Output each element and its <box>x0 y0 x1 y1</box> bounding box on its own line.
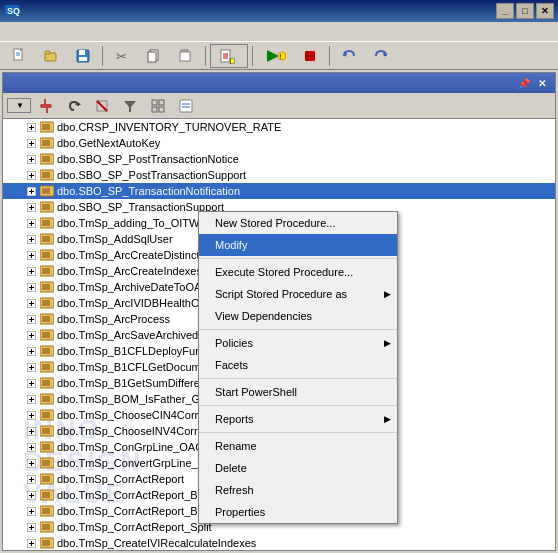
expand-icon[interactable] <box>23 311 39 327</box>
expand-icon[interactable] <box>23 279 39 295</box>
menu-tools[interactable] <box>52 30 64 34</box>
stop-icon <box>302 48 318 64</box>
stop-query-icon <box>94 98 110 114</box>
cut-button[interactable]: ✂ <box>107 45 137 67</box>
expand-icon[interactable] <box>23 391 39 407</box>
menu-help[interactable] <box>76 30 88 34</box>
context-menu-item[interactable]: Properties <box>199 501 397 523</box>
expand-icon[interactable] <box>23 407 39 423</box>
minimize-button[interactable]: _ <box>496 3 514 19</box>
menu-edit[interactable] <box>16 30 28 34</box>
stop-button[interactable] <box>295 45 325 67</box>
tree-item[interactable]: dbo.SBO_SP_PostTransactionSupport <box>3 167 555 183</box>
expand-icon[interactable] <box>23 247 39 263</box>
properties-button[interactable] <box>173 96 199 116</box>
expand-icon[interactable] <box>23 503 39 519</box>
context-menu-item[interactable]: Policies▶ <box>199 332 397 354</box>
close-button[interactable]: ✕ <box>536 3 554 19</box>
execute-button[interactable]: ! <box>257 45 293 67</box>
svg-rect-7 <box>45 51 50 54</box>
menu-debug[interactable] <box>40 30 52 34</box>
maximize-button[interactable]: □ <box>516 3 534 19</box>
main-toolbar: ✂ ! ! <box>0 42 558 70</box>
expand-icon[interactable] <box>23 215 39 231</box>
expand-icon[interactable] <box>23 263 39 279</box>
undo-button[interactable] <box>334 45 364 67</box>
expand-icon[interactable] <box>23 471 39 487</box>
tree-item[interactable]: dbo.SBO_SP_TransactionNotification <box>3 183 555 199</box>
paste-button[interactable] <box>171 45 201 67</box>
context-menu-item-label: Script Stored Procedure as <box>215 288 347 300</box>
expand-icon[interactable] <box>23 119 39 135</box>
context-menu-item[interactable]: Delete <box>199 457 397 479</box>
context-menu-item-label: Delete <box>215 462 247 474</box>
connect-button[interactable]: ▼ <box>7 98 31 113</box>
redo-button[interactable] <box>366 45 396 67</box>
pin-button[interactable]: 📌 <box>515 77 533 90</box>
sp-node-icon <box>39 375 55 391</box>
expand-icon[interactable] <box>23 151 39 167</box>
expand-icon[interactable] <box>23 343 39 359</box>
sp-node-icon <box>39 199 55 215</box>
disconnect-button[interactable] <box>33 96 59 116</box>
context-menu-item[interactable]: Facets <box>199 354 397 376</box>
context-menu-separator <box>199 432 397 433</box>
expand-icon[interactable] <box>23 535 39 550</box>
copy-icon <box>146 48 162 64</box>
stop-query-button[interactable] <box>89 96 115 116</box>
expand-icon[interactable] <box>23 231 39 247</box>
context-menu-item[interactable]: View Dependencies <box>199 305 397 327</box>
expand-icon[interactable] <box>23 327 39 343</box>
expand-icon[interactable] <box>23 439 39 455</box>
panel-close-button[interactable]: ✕ <box>535 77 549 90</box>
expand-icon[interactable] <box>23 455 39 471</box>
expand-icon[interactable] <box>23 375 39 391</box>
context-menu-item[interactable]: New Stored Procedure... <box>199 212 397 234</box>
expand-icon[interactable] <box>23 487 39 503</box>
expand-icon[interactable] <box>23 199 39 215</box>
sp-node-icon <box>39 407 55 423</box>
tree-item[interactable]: dbo.SBO_SP_PostTransactionNotice <box>3 151 555 167</box>
submenu-arrow-icon: ▶ <box>384 414 391 424</box>
sp-node-icon <box>39 503 55 519</box>
context-menu-item[interactable]: Refresh <box>199 479 397 501</box>
save-button[interactable] <box>68 45 98 67</box>
new-file-button[interactable] <box>4 45 34 67</box>
menu-window[interactable] <box>64 30 76 34</box>
expand-icon[interactable] <box>23 519 39 535</box>
expand-icon[interactable] <box>23 359 39 375</box>
svg-text:✂: ✂ <box>116 49 127 64</box>
open-file-button[interactable] <box>36 45 66 67</box>
tree-item[interactable]: dbo.TmSp_CreateIVIRecalculateIndexes <box>3 535 555 550</box>
tree-item[interactable]: dbo.CRSP_INVENTORY_TURNOVER_RATE <box>3 119 555 135</box>
collapse-button[interactable] <box>145 96 171 116</box>
expand-icon[interactable] <box>23 295 39 311</box>
context-menu-item[interactable]: Rename <box>199 435 397 457</box>
copy-button[interactable] <box>139 45 169 67</box>
new-query-button[interactable]: ! <box>210 44 248 68</box>
tree-item-label: dbo.TmSp_CreateIVIRecalculateIndexes <box>57 537 256 549</box>
expand-icon[interactable] <box>23 183 39 199</box>
tree-item-label: dbo.CRSP_INVENTORY_TURNOVER_RATE <box>57 121 281 133</box>
context-menu-item[interactable]: Script Stored Procedure as▶ <box>199 283 397 305</box>
sp-node-icon <box>39 391 55 407</box>
connect-dropdown-icon[interactable]: ▼ <box>16 101 24 110</box>
menu-file[interactable] <box>4 30 16 34</box>
context-menu-item[interactable]: Modify <box>199 234 397 256</box>
context-menu-item[interactable]: Start PowerShell <box>199 381 397 403</box>
execute-icon: ! <box>264 48 286 64</box>
object-explorer-panel: 📌 ✕ ▼ <box>2 72 556 551</box>
context-menu-item-label: Reports <box>215 413 254 425</box>
menu-view[interactable] <box>28 30 40 34</box>
expand-icon[interactable] <box>23 423 39 439</box>
filter-button[interactable] <box>117 96 143 116</box>
expand-icon[interactable] <box>23 135 39 151</box>
refresh-button[interactable] <box>61 96 87 116</box>
expand-icon[interactable] <box>23 167 39 183</box>
svg-rect-38 <box>159 107 164 112</box>
tree-item[interactable]: dbo.GetNextAutoKey <box>3 135 555 151</box>
sp-node-icon <box>39 151 55 167</box>
context-menu-item[interactable]: Reports▶ <box>199 408 397 430</box>
context-menu-item[interactable]: Execute Stored Procedure... <box>199 261 397 283</box>
sp-node-icon <box>39 167 55 183</box>
